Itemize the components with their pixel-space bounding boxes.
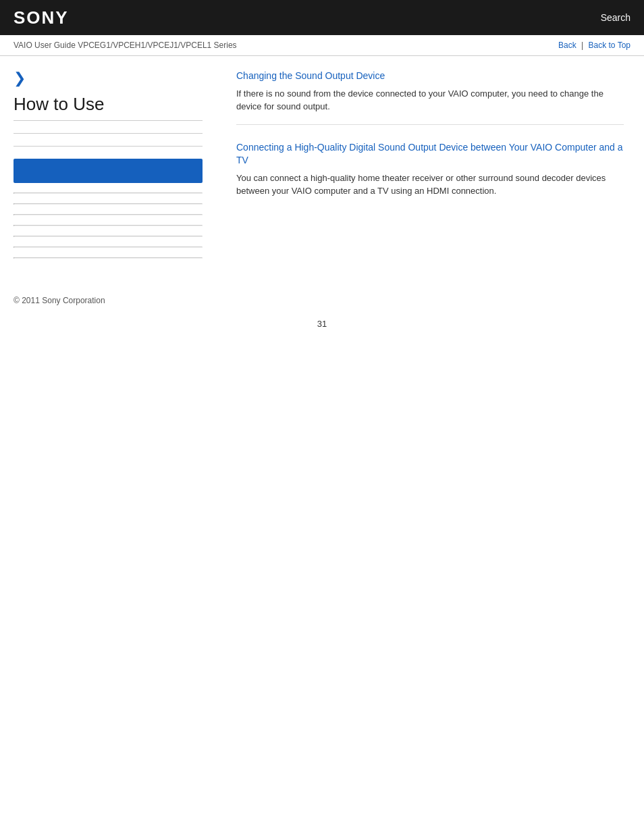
header: SONY Search xyxy=(0,0,644,35)
sidebar-line-4 xyxy=(14,225,203,226)
section1-link[interactable]: Changing the Sound Output Device xyxy=(236,70,624,83)
breadcrumb-bar: VAIO User Guide VPCEG1/VPCEH1/VPCEJ1/VPC… xyxy=(0,35,644,56)
search-button[interactable]: Search xyxy=(601,12,630,23)
sidebar-line-5 xyxy=(14,236,203,237)
sidebar-lines-group xyxy=(14,192,203,259)
sidebar-highlight[interactable] xyxy=(14,159,203,183)
chevron-right-icon: ❯ xyxy=(14,70,203,87)
sony-logo: SONY xyxy=(14,7,69,28)
section2-desc: You can connect a high-quality home thea… xyxy=(236,172,624,198)
content-section-1: Changing the Sound Output Device If ther… xyxy=(236,70,624,125)
sidebar-line-6 xyxy=(14,246,203,248)
section2-link[interactable]: Connecting a High-Quality Digital Sound … xyxy=(236,141,624,167)
footer: © 2011 Sony Corporation xyxy=(0,282,644,312)
copyright-text: © 2011 Sony Corporation xyxy=(14,296,105,305)
sidebar-line-3 xyxy=(14,214,203,215)
breadcrumb-separator: | xyxy=(581,41,583,50)
back-link[interactable]: Back xyxy=(558,41,576,50)
section1-desc: If there is no sound from the device con… xyxy=(236,87,624,113)
sidebar-divider-2 xyxy=(14,146,203,147)
sidebar-line-1 xyxy=(14,192,203,194)
sidebar-line-7 xyxy=(14,257,203,259)
breadcrumb-text: VAIO User Guide VPCEG1/VPCEH1/VPCEJ1/VPC… xyxy=(14,41,237,50)
main-container: ❯ How to Use Changing the Sound Output D… xyxy=(0,56,644,282)
page-number: 31 xyxy=(0,312,644,342)
content-section-2: Connecting a High-Quality Digital Sound … xyxy=(236,141,624,209)
sidebar-line-2 xyxy=(14,203,203,205)
sidebar: ❯ How to Use xyxy=(0,63,216,275)
sidebar-divider-1 xyxy=(14,133,203,134)
breadcrumb-nav: Back | Back to Top xyxy=(558,41,630,50)
content-area: Changing the Sound Output Device If ther… xyxy=(216,63,644,275)
back-to-top-link[interactable]: Back to Top xyxy=(589,41,630,50)
sidebar-title: How to Use xyxy=(14,94,203,121)
